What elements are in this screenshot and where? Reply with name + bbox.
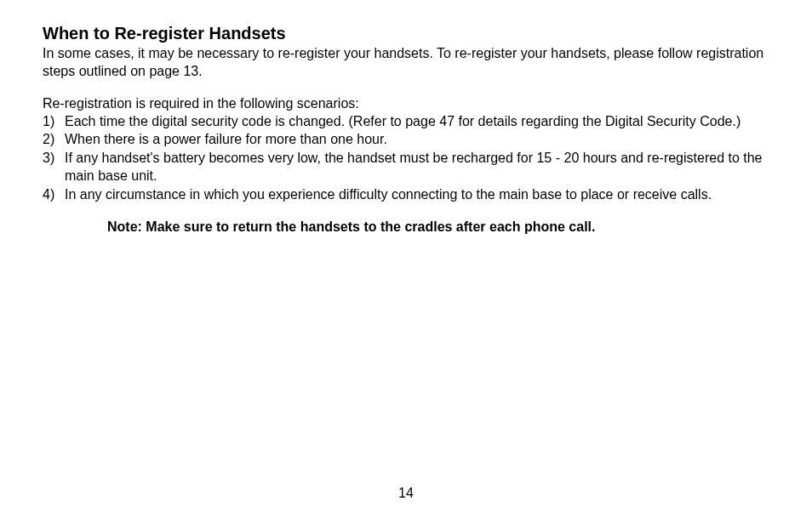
scenarios-lead: Re-registration is required in the follo… [43,96,769,111]
scenarios-list: 1) Each time the digital security code i… [43,113,769,204]
intro-paragraph: In some cases, it may be necessary to re… [43,45,769,81]
list-text: If any handset's battery becomes very lo… [65,150,769,185]
list-text: In any circumstance in which you experie… [65,186,769,204]
list-item: 2) When there is a power failure for mor… [43,131,769,149]
list-number: 3) [43,150,65,168]
list-text: Each time the digital security code is c… [65,113,769,131]
list-item: 1) Each time the digital security code i… [43,113,769,131]
list-number: 1) [43,113,65,131]
note-text: Note: Make sure to return the handsets t… [107,219,769,235]
page-number: 14 [0,486,812,501]
list-number: 4) [43,186,65,204]
page-content: When to Re-register Handsets In some cas… [0,0,812,235]
section-heading: When to Re-register Handsets [43,24,769,43]
list-text: When there is a power failure for more t… [65,131,769,149]
list-number: 2) [43,131,65,149]
list-item: 4) In any circumstance in which you expe… [43,186,769,204]
list-item: 3) If any handset's battery becomes very… [43,150,769,185]
